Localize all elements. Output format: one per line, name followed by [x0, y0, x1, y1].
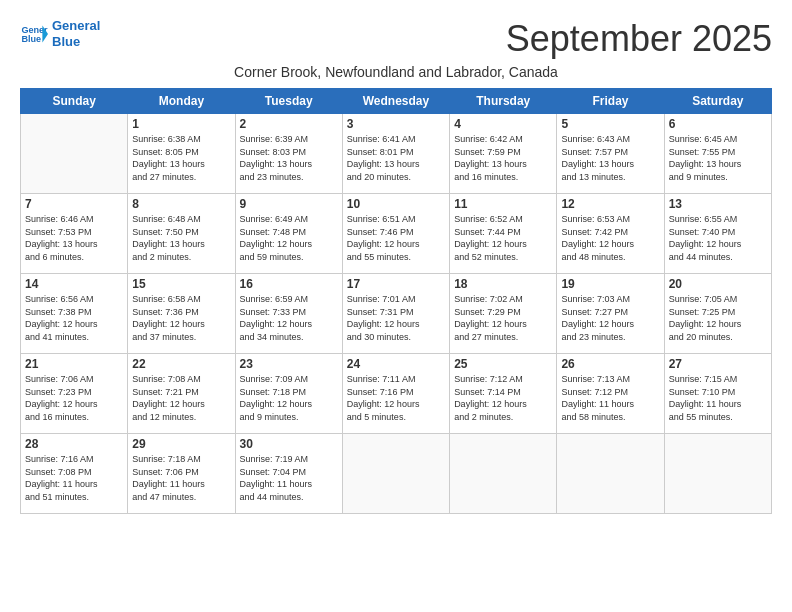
header: General Blue General Blue September 2025: [20, 18, 772, 60]
weekday-sun: Sunday: [21, 89, 128, 114]
calendar-cell: 1Sunrise: 6:38 AM Sunset: 8:05 PM Daylig…: [128, 114, 235, 194]
calendar-week-1: 7Sunrise: 6:46 AM Sunset: 7:53 PM Daylig…: [21, 194, 772, 274]
calendar-cell: 20Sunrise: 7:05 AM Sunset: 7:25 PM Dayli…: [664, 274, 771, 354]
day-info: Sunrise: 6:55 AM Sunset: 7:40 PM Dayligh…: [669, 213, 767, 263]
calendar-cell: 6Sunrise: 6:45 AM Sunset: 7:55 PM Daylig…: [664, 114, 771, 194]
day-number: 1: [132, 117, 230, 131]
day-info: Sunrise: 7:12 AM Sunset: 7:14 PM Dayligh…: [454, 373, 552, 423]
calendar-cell: 21Sunrise: 7:06 AM Sunset: 7:23 PM Dayli…: [21, 354, 128, 434]
day-info: Sunrise: 6:56 AM Sunset: 7:38 PM Dayligh…: [25, 293, 123, 343]
calendar-cell: 11Sunrise: 6:52 AM Sunset: 7:44 PM Dayli…: [450, 194, 557, 274]
logo-text: General Blue: [52, 18, 100, 49]
logo-icon: General Blue: [20, 20, 48, 48]
day-info: Sunrise: 7:05 AM Sunset: 7:25 PM Dayligh…: [669, 293, 767, 343]
day-number: 7: [25, 197, 123, 211]
day-info: Sunrise: 7:08 AM Sunset: 7:21 PM Dayligh…: [132, 373, 230, 423]
day-number: 3: [347, 117, 445, 131]
day-number: 22: [132, 357, 230, 371]
day-number: 25: [454, 357, 552, 371]
calendar-cell: 18Sunrise: 7:02 AM Sunset: 7:29 PM Dayli…: [450, 274, 557, 354]
calendar-cell: 5Sunrise: 6:43 AM Sunset: 7:57 PM Daylig…: [557, 114, 664, 194]
day-info: Sunrise: 6:42 AM Sunset: 7:59 PM Dayligh…: [454, 133, 552, 183]
day-number: 10: [347, 197, 445, 211]
calendar-cell: 3Sunrise: 6:41 AM Sunset: 8:01 PM Daylig…: [342, 114, 449, 194]
day-number: 17: [347, 277, 445, 291]
day-info: Sunrise: 6:46 AM Sunset: 7:53 PM Dayligh…: [25, 213, 123, 263]
day-number: 12: [561, 197, 659, 211]
calendar-table: Sunday Monday Tuesday Wednesday Thursday…: [20, 88, 772, 514]
calendar-week-3: 21Sunrise: 7:06 AM Sunset: 7:23 PM Dayli…: [21, 354, 772, 434]
page: General Blue General Blue September 2025…: [0, 0, 792, 524]
day-info: Sunrise: 7:13 AM Sunset: 7:12 PM Dayligh…: [561, 373, 659, 423]
weekday-tue: Tuesday: [235, 89, 342, 114]
calendar-cell: 7Sunrise: 6:46 AM Sunset: 7:53 PM Daylig…: [21, 194, 128, 274]
day-number: 21: [25, 357, 123, 371]
day-number: 30: [240, 437, 338, 451]
day-number: 9: [240, 197, 338, 211]
day-number: 27: [669, 357, 767, 371]
calendar-cell: [450, 434, 557, 514]
calendar-cell: 9Sunrise: 6:49 AM Sunset: 7:48 PM Daylig…: [235, 194, 342, 274]
calendar-cell: 10Sunrise: 6:51 AM Sunset: 7:46 PM Dayli…: [342, 194, 449, 274]
calendar-cell: [557, 434, 664, 514]
day-info: Sunrise: 7:19 AM Sunset: 7:04 PM Dayligh…: [240, 453, 338, 503]
calendar-cell: 8Sunrise: 6:48 AM Sunset: 7:50 PM Daylig…: [128, 194, 235, 274]
day-number: 11: [454, 197, 552, 211]
day-number: 6: [669, 117, 767, 131]
day-info: Sunrise: 6:53 AM Sunset: 7:42 PM Dayligh…: [561, 213, 659, 263]
day-info: Sunrise: 6:45 AM Sunset: 7:55 PM Dayligh…: [669, 133, 767, 183]
calendar-cell: 2Sunrise: 6:39 AM Sunset: 8:03 PM Daylig…: [235, 114, 342, 194]
day-number: 8: [132, 197, 230, 211]
calendar-cell: 4Sunrise: 6:42 AM Sunset: 7:59 PM Daylig…: [450, 114, 557, 194]
day-number: 13: [669, 197, 767, 211]
day-number: 2: [240, 117, 338, 131]
day-number: 4: [454, 117, 552, 131]
day-info: Sunrise: 7:18 AM Sunset: 7:06 PM Dayligh…: [132, 453, 230, 503]
day-number: 14: [25, 277, 123, 291]
day-number: 23: [240, 357, 338, 371]
day-info: Sunrise: 6:38 AM Sunset: 8:05 PM Dayligh…: [132, 133, 230, 183]
weekday-wed: Wednesday: [342, 89, 449, 114]
calendar-cell: 30Sunrise: 7:19 AM Sunset: 7:04 PM Dayli…: [235, 434, 342, 514]
day-number: 5: [561, 117, 659, 131]
day-number: 16: [240, 277, 338, 291]
day-info: Sunrise: 7:15 AM Sunset: 7:10 PM Dayligh…: [669, 373, 767, 423]
day-info: Sunrise: 7:16 AM Sunset: 7:08 PM Dayligh…: [25, 453, 123, 503]
calendar-cell: 29Sunrise: 7:18 AM Sunset: 7:06 PM Dayli…: [128, 434, 235, 514]
calendar-cell: 15Sunrise: 6:58 AM Sunset: 7:36 PM Dayli…: [128, 274, 235, 354]
day-number: 15: [132, 277, 230, 291]
weekday-fri: Friday: [557, 89, 664, 114]
calendar-cell: 24Sunrise: 7:11 AM Sunset: 7:16 PM Dayli…: [342, 354, 449, 434]
day-info: Sunrise: 6:52 AM Sunset: 7:44 PM Dayligh…: [454, 213, 552, 263]
svg-text:Blue: Blue: [21, 34, 41, 44]
day-number: 26: [561, 357, 659, 371]
day-info: Sunrise: 6:49 AM Sunset: 7:48 PM Dayligh…: [240, 213, 338, 263]
day-info: Sunrise: 6:59 AM Sunset: 7:33 PM Dayligh…: [240, 293, 338, 343]
calendar-cell: 23Sunrise: 7:09 AM Sunset: 7:18 PM Dayli…: [235, 354, 342, 434]
calendar-week-4: 28Sunrise: 7:16 AM Sunset: 7:08 PM Dayli…: [21, 434, 772, 514]
calendar-week-0: 1Sunrise: 6:38 AM Sunset: 8:05 PM Daylig…: [21, 114, 772, 194]
subtitle: Corner Brook, Newfoundland and Labrador,…: [20, 64, 772, 80]
weekday-header-row: Sunday Monday Tuesday Wednesday Thursday…: [21, 89, 772, 114]
day-info: Sunrise: 7:09 AM Sunset: 7:18 PM Dayligh…: [240, 373, 338, 423]
day-info: Sunrise: 6:39 AM Sunset: 8:03 PM Dayligh…: [240, 133, 338, 183]
calendar-cell: 13Sunrise: 6:55 AM Sunset: 7:40 PM Dayli…: [664, 194, 771, 274]
day-info: Sunrise: 7:06 AM Sunset: 7:23 PM Dayligh…: [25, 373, 123, 423]
calendar-cell: [342, 434, 449, 514]
calendar-cell: 27Sunrise: 7:15 AM Sunset: 7:10 PM Dayli…: [664, 354, 771, 434]
calendar-cell: 12Sunrise: 6:53 AM Sunset: 7:42 PM Dayli…: [557, 194, 664, 274]
day-info: Sunrise: 6:51 AM Sunset: 7:46 PM Dayligh…: [347, 213, 445, 263]
weekday-sat: Saturday: [664, 89, 771, 114]
calendar-week-2: 14Sunrise: 6:56 AM Sunset: 7:38 PM Dayli…: [21, 274, 772, 354]
day-info: Sunrise: 6:41 AM Sunset: 8:01 PM Dayligh…: [347, 133, 445, 183]
weekday-mon: Monday: [128, 89, 235, 114]
calendar-cell: [664, 434, 771, 514]
calendar-cell: 26Sunrise: 7:13 AM Sunset: 7:12 PM Dayli…: [557, 354, 664, 434]
day-info: Sunrise: 6:48 AM Sunset: 7:50 PM Dayligh…: [132, 213, 230, 263]
calendar-cell: 25Sunrise: 7:12 AM Sunset: 7:14 PM Dayli…: [450, 354, 557, 434]
calendar-cell: 14Sunrise: 6:56 AM Sunset: 7:38 PM Dayli…: [21, 274, 128, 354]
calendar-cell: [21, 114, 128, 194]
day-info: Sunrise: 7:01 AM Sunset: 7:31 PM Dayligh…: [347, 293, 445, 343]
logo: General Blue General Blue: [20, 18, 100, 49]
weekday-thu: Thursday: [450, 89, 557, 114]
